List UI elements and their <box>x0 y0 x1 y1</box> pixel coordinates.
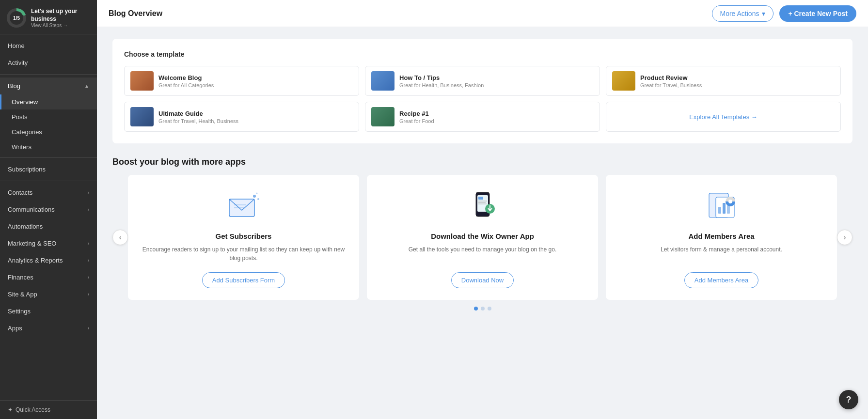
sidebar-item-blog[interactable]: Blog ▲ <box>0 78 97 94</box>
more-actions-button[interactable]: More Actions ▾ <box>712 5 774 22</box>
chevron-down-icon: ▾ <box>762 10 765 17</box>
template-title-howto: How To / Tips <box>399 74 484 81</box>
content-area: Choose a template Welcome Blog Great for… <box>97 27 868 419</box>
template-sub-product: Great for Travel, Business <box>640 82 702 88</box>
quick-access-button[interactable]: ✦ Quick Access <box>0 400 97 419</box>
template-product-review[interactable]: Product Review Great for Travel, Busines… <box>606 66 841 96</box>
quick-access-label: Quick Access <box>16 406 50 413</box>
topbar: Blog Overview More Actions ▾ + Create Ne… <box>97 0 868 27</box>
explore-all-templates-link[interactable]: Explore All Templates → <box>606 102 841 132</box>
sidebar-item-subscriptions-label: Subscriptions <box>8 166 46 173</box>
sidebar-item-writers[interactable]: Writers <box>0 140 97 155</box>
sidebar-item-automations[interactable]: Automations <box>0 218 97 235</box>
add-subscribers-form-button[interactable]: Add Subscribers Form <box>202 272 285 288</box>
app-members-title: Add Members Area <box>688 232 754 240</box>
boost-section: Boost your blog with more apps ‹ <box>112 157 852 310</box>
sidebar-item-finances[interactable]: Finances › <box>0 269 97 286</box>
sidebar-item-settings[interactable]: Settings <box>0 303 97 320</box>
template-sub-welcome: Great for All Categories <box>158 82 214 88</box>
template-recipe[interactable]: Recipe #1 Great for Food <box>365 102 600 132</box>
sidebar-item-subscriptions[interactable]: Subscriptions <box>0 161 97 178</box>
sidebar-item-communications-label: Communications <box>8 206 55 213</box>
carousel-prev-button[interactable]: ‹ <box>112 230 128 245</box>
divider-3 <box>0 181 97 181</box>
template-ultimate-guide[interactable]: Ultimate Guide Great for Travel, Health,… <box>124 102 359 132</box>
app-subscribers-title: Get Subscribers <box>216 232 272 240</box>
marketing-chevron-icon: › <box>88 241 89 246</box>
download-now-button[interactable]: Download Now <box>451 272 514 288</box>
carousel-dot-1[interactable] <box>474 307 478 310</box>
contacts-chevron-icon: › <box>88 190 89 195</box>
sidebar-item-apps[interactable]: Apps › <box>0 320 97 337</box>
siteapp-chevron-icon: › <box>88 292 89 297</box>
add-members-area-button[interactable]: Add Members Area <box>684 272 758 288</box>
sidebar-item-marketing-label: Marketing & SEO <box>8 240 56 247</box>
template-sub-howto: Great for Health, Business, Fashion <box>399 82 484 88</box>
sidebar-brand-title: Let's set up your business <box>31 8 90 23</box>
template-thumb-howto <box>371 71 395 91</box>
sidebar-item-contacts[interactable]: Contacts › <box>0 184 97 201</box>
sidebar-item-posts[interactable]: Posts <box>0 109 97 124</box>
sidebar-item-communications[interactable]: Communications › <box>0 201 97 218</box>
svg-point-5 <box>256 193 257 194</box>
create-new-post-button[interactable]: + Create New Post <box>779 5 856 22</box>
template-title-guide: Ultimate Guide <box>158 110 238 117</box>
sidebar-item-analytics-label: Analytics & Reports <box>8 257 63 264</box>
sidebar-item-categories[interactable]: Categories <box>0 124 97 140</box>
members-icon <box>702 188 741 224</box>
template-howto[interactable]: How To / Tips Great for Health, Business… <box>365 66 600 96</box>
sidebar-item-finances-label: Finances <box>8 274 33 281</box>
sidebar-item-apps-label: Apps <box>8 325 22 332</box>
sidebar-item-home[interactable]: Home <box>0 37 97 54</box>
template-title-product: Product Review <box>640 74 702 81</box>
analytics-chevron-icon: › <box>88 258 89 263</box>
template-sub-recipe: Great for Food <box>399 118 434 124</box>
template-thumb-guide <box>130 107 154 126</box>
divider-2 <box>0 157 97 158</box>
page-title: Blog Overview <box>109 9 162 18</box>
template-title-welcome: Welcome Blog <box>158 74 214 81</box>
template-text-guide: Ultimate Guide Great for Travel, Health,… <box>158 110 238 124</box>
sidebar-item-home-label: Home <box>8 42 25 49</box>
carousel-dots <box>112 307 852 310</box>
app-card-wix-owner: Download the Wix Owner App Get all the t… <box>367 175 598 300</box>
sidebar-header: 1/5 Let's set up your business View All … <box>0 0 97 34</box>
sidebar-item-marketing[interactable]: Marketing & SEO › <box>0 235 97 252</box>
main-content: Blog Overview More Actions ▾ + Create Ne… <box>97 0 868 419</box>
carousel-dot-2[interactable] <box>481 307 485 310</box>
view-all-steps-link[interactable]: View All Steps → <box>31 23 90 28</box>
sidebar-item-writers-label: Writers <box>12 143 32 151</box>
template-section-title: Choose a template <box>124 50 841 58</box>
app-card-subscribers: Get Subscribers Encourage readers to sig… <box>128 175 359 300</box>
svg-point-4 <box>257 198 259 200</box>
app-subscribers-desc: Encourage readers to sign up to your mai… <box>138 245 349 263</box>
divider-1 <box>0 74 97 75</box>
template-grid: Welcome Blog Great for All Categories Ho… <box>124 66 841 132</box>
sidebar: 1/5 Let's set up your business View All … <box>0 0 97 419</box>
sidebar-nav: Home Activity Blog ▲ Overview Posts Cate… <box>0 34 97 400</box>
sidebar-item-siteapp[interactable]: Site & App › <box>0 286 97 303</box>
carousel-dot-3[interactable] <box>488 307 491 310</box>
boost-section-title: Boost your blog with more apps <box>112 157 852 167</box>
sidebar-item-contacts-label: Contacts <box>8 189 32 196</box>
sidebar-brand: Let's set up your business View All Step… <box>31 8 90 28</box>
carousel-next-button[interactable]: › <box>837 230 852 245</box>
app-wix-title: Download the Wix Owner App <box>431 232 534 240</box>
app-wix-desc: Get all the tools you need to manage you… <box>409 245 557 263</box>
sidebar-item-activity-label: Activity <box>8 59 28 66</box>
template-text-howto: How To / Tips Great for Health, Business… <box>399 74 484 88</box>
svg-point-3 <box>253 195 256 198</box>
template-welcome-blog[interactable]: Welcome Blog Great for All Categories <box>124 66 359 96</box>
sidebar-item-categories-label: Categories <box>12 128 42 136</box>
apps-carousel-wrapper: ‹ <box>112 175 852 300</box>
sidebar-item-analytics[interactable]: Analytics & Reports › <box>0 252 97 269</box>
sidebar-item-posts-label: Posts <box>12 113 28 121</box>
sidebar-item-overview-label: Overview <box>12 98 38 106</box>
sidebar-item-overview[interactable]: Overview <box>0 94 97 109</box>
help-button[interactable]: ? <box>839 390 858 409</box>
apps-chevron-icon: › <box>88 326 89 331</box>
communications-chevron-icon: › <box>88 207 89 212</box>
topbar-actions: More Actions ▾ + Create New Post <box>712 5 857 22</box>
app-card-members: Add Members Area Let visitors form & man… <box>606 175 837 300</box>
sidebar-item-activity[interactable]: Activity <box>0 54 97 71</box>
